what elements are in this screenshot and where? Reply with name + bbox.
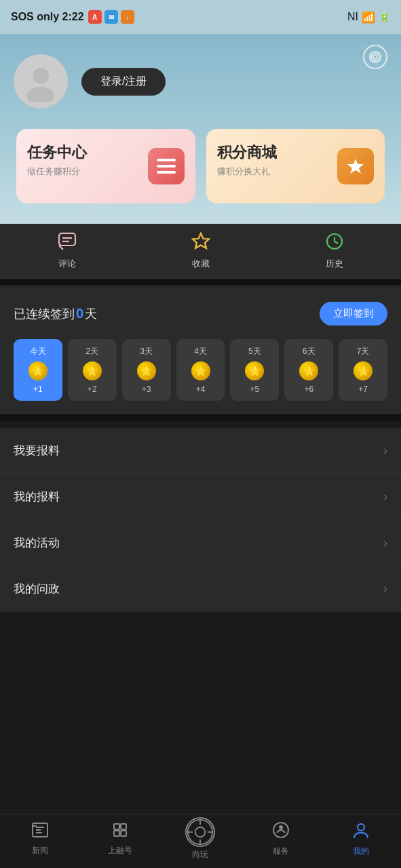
svg-rect-6 (157, 165, 176, 167)
svg-rect-24 (114, 831, 119, 836)
notification-icon-red: A (88, 10, 102, 24)
day-item-2天: 2天 ⭐ +2 (68, 339, 117, 401)
chevron-right-icon: › (383, 582, 387, 596)
day-points: +3 (142, 384, 151, 394)
battery-icon: 🔋 (379, 12, 390, 22)
signin-count: 0 (76, 306, 83, 321)
news-icon (31, 821, 49, 843)
signin-button[interactable]: 立即签到 (320, 302, 387, 326)
tab-comment[interactable]: 评论 (58, 232, 77, 270)
day-points: +2 (88, 384, 97, 394)
shop-icon (337, 148, 374, 184)
tab-comment-label: 评论 (58, 258, 76, 270)
shop-card[interactable]: 积分商城 赚积分换大礼 (206, 129, 385, 203)
activity-tabs: 评论 收藏 历史 (0, 224, 401, 279)
coin-icon: ⭐ (245, 361, 264, 380)
tab-history[interactable]: 历史 (325, 232, 344, 270)
signin-section: 已连续签到 0 天 立即签到 今天 ⭐ +1 2天 ⭐ +2 3天 ⭐ +3 4… (0, 285, 401, 414)
profile-header: 登录/注册 任务中心 做任务赚积分 积分商城 (0, 34, 401, 224)
day-label: 5天 (248, 346, 261, 357)
signin-prefix: 已连续签到 (14, 306, 75, 322)
nav-play-label: 尚玩 (192, 849, 208, 861)
day-points: +4 (196, 384, 206, 394)
menu-item-report-create[interactable]: 我要报料 › (0, 428, 401, 474)
menu-item-my-activities[interactable]: 我的活动 › (0, 520, 401, 566)
day-label: 6天 (303, 346, 316, 357)
chevron-right-icon: › (383, 443, 387, 458)
day-label: 7天 (357, 346, 370, 357)
status-bar: SOS only 2:22 A ✉ ↓ NI 📶 🔋 (0, 0, 401, 34)
profile-row: 登录/注册 (14, 54, 387, 108)
tab-favorites[interactable]: 收藏 (191, 232, 210, 270)
camera-button[interactable] (363, 45, 387, 69)
ronghe-icon (111, 821, 129, 843)
status-time: SOS only 2:22 (11, 11, 84, 23)
nav-ronghe[interactable]: 上融号 (93, 821, 147, 856)
coin-icon: ⭐ (299, 361, 318, 380)
coin-icon: ⭐ (137, 361, 156, 380)
days-row: 今天 ⭐ +1 2天 ⭐ +2 3天 ⭐ +3 4天 ⭐ +4 5天 ⭐ +5 … (14, 339, 387, 401)
nav-mine[interactable]: 我的 (334, 821, 388, 857)
coin-icon: ⭐ (191, 361, 210, 380)
status-icons-right: NI 📶 🔋 (347, 11, 390, 24)
tab-favorites-label: 收藏 (192, 258, 210, 270)
menu-item-my-questions[interactable]: 我的问政 › (0, 566, 401, 612)
chevron-right-icon: › (383, 490, 387, 504)
svg-marker-13 (193, 233, 209, 248)
menu-label: 我的报料 (14, 489, 60, 505)
nav-service-label: 服务 (273, 846, 289, 857)
nav-mine-label: 我的 (353, 846, 369, 857)
svg-rect-7 (157, 171, 176, 174)
play-icon (185, 817, 215, 847)
nfc-icon: NI (347, 11, 358, 23)
day-item-7天: 7天 ⭐ +7 (339, 339, 387, 401)
nav-news-label: 新闻 (32, 845, 48, 856)
login-register-button[interactable]: 登录/注册 (81, 68, 166, 96)
day-item-今天: 今天 ⭐ +1 (14, 339, 62, 401)
day-label: 2天 (85, 346, 98, 357)
star-icon (191, 232, 210, 255)
menu-label: 我要报料 (14, 443, 60, 458)
nav-play[interactable]: 尚玩 (173, 817, 227, 861)
nav-ronghe-label: 上融号 (108, 845, 132, 856)
coin-icon: ⭐ (354, 361, 373, 380)
section-divider-2 (0, 414, 401, 421)
day-points: +6 (304, 384, 313, 394)
bottom-navigation: 新闻 上融号 尚玩 (0, 814, 401, 868)
day-points: +5 (250, 384, 260, 394)
clock-icon (325, 232, 344, 255)
day-item-6天: 6天 ⭐ +6 (284, 339, 333, 401)
svg-point-27 (195, 827, 206, 837)
svg-rect-5 (157, 159, 176, 161)
svg-rect-23 (121, 824, 126, 829)
signin-suffix: 天 (85, 306, 97, 322)
notification-icon-blue: ✉ (104, 10, 118, 24)
tab-history-label: 历史 (326, 258, 343, 270)
svg-rect-22 (114, 824, 119, 829)
cards-row: 任务中心 做任务赚积分 积分商城 赚积分换大礼 (14, 129, 387, 203)
coin-icon: ⭐ (83, 361, 102, 380)
comment-icon (58, 232, 77, 255)
nav-service[interactable]: 服务 (254, 821, 308, 857)
svg-point-0 (373, 55, 377, 59)
avatar (14, 54, 68, 108)
task-center-card[interactable]: 任务中心 做任务赚积分 (16, 129, 195, 203)
wifi-icon: 📶 (362, 11, 375, 24)
mine-icon (351, 821, 370, 844)
svg-rect-25 (121, 831, 126, 836)
svg-line-16 (335, 241, 338, 243)
menu-item-my-reports[interactable]: 我的报料 › (0, 474, 401, 520)
menu-label: 我的问政 (14, 581, 60, 597)
day-points: +1 (33, 384, 43, 394)
nav-news[interactable]: 新闻 (13, 821, 67, 856)
menu-label: 我的活动 (14, 535, 60, 551)
section-divider-1 (0, 279, 401, 285)
svg-point-3 (33, 68, 49, 84)
svg-point-4 (27, 87, 54, 102)
day-item-5天: 5天 ⭐ +5 (230, 339, 279, 401)
svg-point-1 (371, 53, 379, 61)
service-icon (271, 821, 290, 844)
day-label: 4天 (194, 346, 207, 357)
menu-section: 我要报料 › 我的报料 › 我的活动 › 我的问政 › (0, 428, 401, 612)
day-label: 3天 (140, 346, 153, 357)
